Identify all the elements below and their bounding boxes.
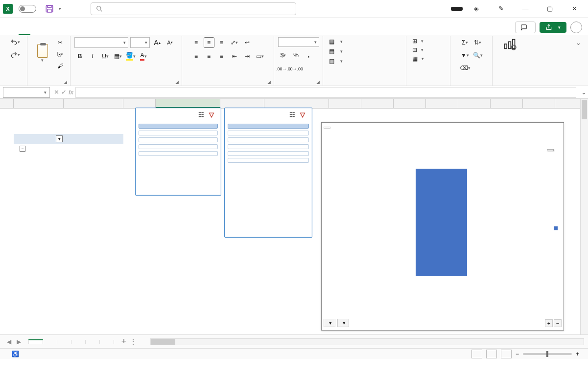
share-button[interactable]: ▾ — [540, 22, 566, 33]
decrease-decimal-button[interactable]: .0→.00 — [291, 64, 302, 74]
col-header-F[interactable] — [264, 99, 329, 108]
clear-button[interactable]: ⌫▾ — [460, 63, 470, 73]
diamond-icon[interactable]: ◈ — [466, 2, 487, 16]
zoom-in-button[interactable]: + — [576, 351, 579, 357]
menu-insert[interactable] — [31, 27, 43, 35]
slicer-item[interactable] — [228, 144, 309, 149]
merge-button[interactable]: ▭▾ — [255, 51, 265, 62]
name-box[interactable]: ▾ — [3, 87, 50, 98]
sheet-tab[interactable] — [71, 340, 86, 344]
sheet-tab[interactable] — [43, 340, 57, 344]
collapse-icon[interactable]: − — [20, 146, 25, 152]
sheet-tab[interactable] — [57, 340, 71, 344]
dialog-launcher-icon[interactable]: ◢ — [316, 80, 320, 85]
slicer-customer-no[interactable]: ☷ ▽ — [224, 108, 312, 238]
sheet-tab[interactable] — [28, 339, 43, 344]
autosum-button[interactable]: Σ▾ — [460, 37, 470, 48]
menu-draw[interactable] — [44, 27, 56, 35]
pencil-icon[interactable]: ✎ — [490, 2, 512, 16]
slicer-item[interactable] — [139, 144, 218, 149]
col-header-A[interactable] — [14, 99, 64, 108]
sign-in-button[interactable] — [451, 7, 463, 11]
cancel-icon[interactable]: ✕ — [54, 88, 59, 96]
pivot-rowlabel-header[interactable]: ▾ — [14, 134, 64, 144]
decrease-font-button[interactable]: A▾ — [165, 37, 175, 48]
fill-button[interactable]: ▼▾ — [460, 50, 470, 61]
menu-help[interactable] — [120, 27, 132, 35]
font-color-button[interactable]: A▾ — [138, 51, 149, 62]
fill-color-button[interactable]: 🪣▾ — [125, 51, 136, 62]
font-name-select[interactable]: ▾ — [74, 37, 128, 48]
accounting-format-button[interactable]: $▾ — [278, 50, 289, 61]
align-bottom-button[interactable]: ≡ — [216, 37, 227, 48]
slicer-item[interactable] — [228, 137, 309, 142]
slicer-item[interactable] — [139, 124, 218, 129]
expand-formula-bar-icon[interactable]: ⌄ — [579, 88, 588, 96]
formula-input[interactable] — [75, 87, 576, 98]
multiselect-icon[interactable]: ☷ — [289, 111, 297, 119]
pivot-row[interactable]: − — [14, 144, 64, 154]
analyze-data-button[interactable] — [496, 37, 523, 51]
underline-button[interactable]: U▾ — [100, 51, 111, 62]
conditional-formatting-button[interactable]: ▦▾ — [327, 37, 402, 46]
sheet-tab[interactable] — [100, 340, 114, 344]
decrease-indent-button[interactable]: ⇤ — [229, 51, 240, 62]
filter-icon[interactable]: ▾ — [56, 135, 63, 142]
page-break-view-button[interactable] — [501, 350, 512, 358]
number-format-select[interactable]: ▾ — [278, 37, 319, 47]
orientation-button[interactable]: ⤢▾ — [229, 37, 240, 48]
menu-file[interactable] — [6, 27, 18, 35]
vertical-scrollbar[interactable] — [580, 99, 588, 334]
font-size-select[interactable]: ▾ — [130, 37, 150, 48]
cell-styles-button[interactable]: ▥▾ — [327, 57, 402, 66]
slicer-item[interactable] — [228, 131, 309, 135]
menu-review[interactable] — [95, 27, 107, 35]
filename[interactable]: ▾ — [57, 6, 61, 11]
redo-button[interactable]: ▾ — [9, 50, 21, 60]
autosave-toggle[interactable] — [17, 5, 38, 13]
undo-button[interactable]: ▾ — [9, 37, 21, 47]
search-input[interactable] — [91, 2, 296, 15]
slicer-item[interactable] — [139, 137, 218, 142]
page-layout-view-button[interactable] — [486, 350, 497, 358]
dialog-launcher-icon[interactable]: ◢ — [175, 80, 179, 85]
zoom-slider[interactable] — [523, 353, 572, 355]
format-painter-button[interactable]: 🖌 — [55, 61, 66, 71]
slicer-item[interactable] — [228, 124, 309, 129]
paste-button[interactable]: ▾ — [32, 44, 53, 65]
col-header-K[interactable] — [458, 99, 491, 108]
slicer-item[interactable] — [228, 151, 309, 156]
align-top-button[interactable]: ≡ — [191, 37, 202, 48]
menu-home[interactable] — [19, 27, 30, 35]
delete-cells-button[interactable]: ⊟▾ — [410, 46, 446, 54]
slicer-item[interactable] — [139, 151, 218, 156]
col-header-M[interactable] — [523, 99, 555, 108]
chart-field-badge[interactable] — [324, 127, 330, 129]
insert-cells-button[interactable]: ⊞▾ — [410, 37, 446, 45]
avatar[interactable] — [570, 22, 582, 33]
slicer-item[interactable] — [228, 158, 309, 163]
sheet-tab[interactable] — [86, 340, 100, 344]
italic-button[interactable]: I — [87, 51, 98, 62]
horizontal-scrollbar[interactable] — [150, 338, 584, 345]
bold-button[interactable]: B — [74, 51, 85, 62]
align-left-button[interactable]: ≡ — [191, 51, 202, 62]
col-header-I[interactable] — [394, 99, 426, 108]
col-header-J[interactable] — [426, 99, 458, 108]
slicer-customer-name[interactable]: ☷ ▽ — [135, 108, 221, 196]
minimize-button[interactable]: — — [515, 2, 536, 16]
col-header-L[interactable] — [491, 99, 523, 108]
fx-icon[interactable]: fx — [69, 88, 73, 96]
menu-page-layout[interactable] — [57, 27, 69, 35]
format-as-table-button[interactable]: ▦▾ — [327, 47, 402, 56]
chart-filter-field[interactable]: ▾ — [324, 319, 335, 327]
find-button[interactable]: 🔍▾ — [472, 50, 483, 61]
col-header-B[interactable] — [64, 99, 123, 108]
menu-formulas[interactable] — [70, 27, 81, 35]
percent-format-button[interactable]: % — [291, 50, 302, 61]
worksheet-grid[interactable]: ▾ − ☷ ▽ — [0, 99, 580, 334]
dialog-launcher-icon[interactable]: ◢ — [64, 80, 67, 85]
copy-button[interactable]: ⎘▾ — [55, 49, 66, 60]
col-header-G[interactable] — [329, 99, 361, 108]
borders-button[interactable]: ▦▾ — [113, 51, 123, 62]
